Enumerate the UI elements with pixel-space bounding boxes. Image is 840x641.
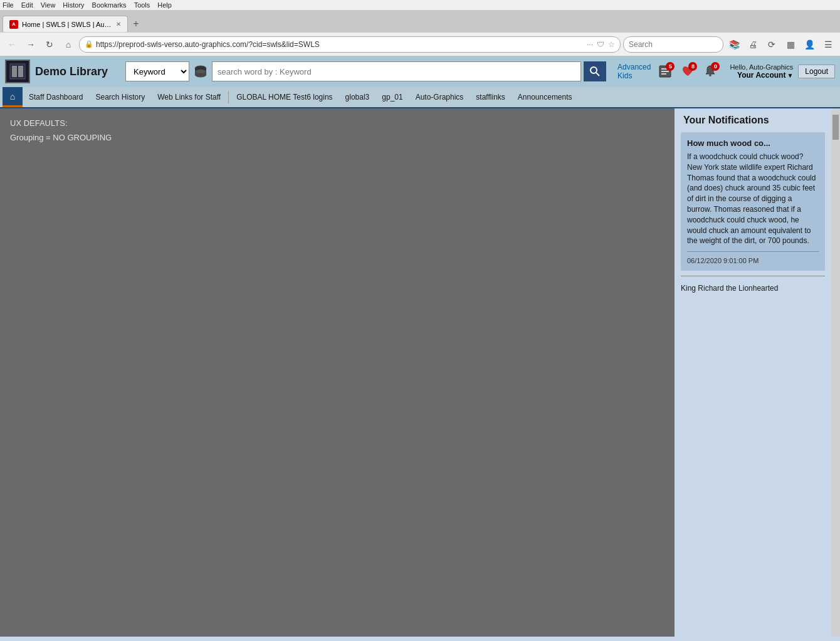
notification-card-body-1: If a woodchuck could chuck wood? New Yor… xyxy=(687,152,819,246)
svg-point-13 xyxy=(709,74,711,76)
menu-icon[interactable]: ☰ xyxy=(820,36,836,53)
logout-button[interactable]: Logout xyxy=(798,65,835,78)
main-content: UX DEFAULTS: Grouping = NO GROUPING Your… xyxy=(0,108,840,637)
menu-edit[interactable]: Edit xyxy=(21,1,33,9)
tab-close-button[interactable]: ✕ xyxy=(116,21,121,28)
nav-web-links-for-staff[interactable]: Web Links for Staff xyxy=(151,89,227,105)
home-button[interactable]: ⌂ xyxy=(60,36,76,53)
print-icon[interactable]: 🖨 xyxy=(745,36,761,53)
notification-card-1[interactable]: How much wood co... If a woodchuck could… xyxy=(681,132,825,271)
app-logo xyxy=(5,60,30,83)
nav-global-home[interactable]: GLOBAL HOME Test6 logins xyxy=(230,89,339,105)
search-section: Keyword xyxy=(125,61,606,81)
lock-icon: 🔒 xyxy=(85,40,93,48)
reload-button[interactable]: ↻ xyxy=(41,36,58,53)
menu-view[interactable]: View xyxy=(41,1,56,9)
star-icon[interactable]: ☆ xyxy=(608,40,615,49)
account-dropdown[interactable]: Your Account ▼ xyxy=(737,71,793,80)
browser-menubar: File Edit View History Bookmarks Tools H… xyxy=(0,0,840,11)
database-icon[interactable] xyxy=(192,63,209,80)
ux-defaults-label: UX DEFAULTS: xyxy=(10,118,664,128)
browser-search-bar[interactable] xyxy=(623,36,723,53)
browser-navbar: ← → ↻ ⌂ 🔒 ··· 🛡 ☆ 📚 🖨 ⟳ ▦ 👤 ☰ xyxy=(0,32,840,56)
browser-nav-icons-right: 📚 🖨 ⟳ ▦ 👤 ☰ xyxy=(726,36,836,53)
scrollbar[interactable] xyxy=(831,108,840,637)
nav-stafflinks[interactable]: stafflinks xyxy=(470,89,511,105)
search-button[interactable] xyxy=(584,61,606,81)
nav-bar: ⌂ Staff Dashboard Search History Web Lin… xyxy=(0,87,840,108)
keyword-dropdown[interactable]: Keyword xyxy=(125,61,189,81)
notifications-panel: Your Notifications How much wood co... I… xyxy=(675,108,831,637)
svg-line-8 xyxy=(596,73,599,76)
svg-point-6 xyxy=(195,70,206,73)
search-icon xyxy=(590,66,600,76)
advanced-search-link[interactable]: Advanced xyxy=(617,63,651,71)
notification-panel-divider xyxy=(681,276,825,276)
nav-search-history[interactable]: Search History xyxy=(90,89,152,105)
heart-badge: 8 xyxy=(688,62,697,71)
tab-favicon: A xyxy=(9,20,18,29)
nav-staff-dashboard[interactable]: Staff Dashboard xyxy=(23,89,90,105)
address-bar-icons: ··· 🛡 ☆ xyxy=(587,40,615,49)
menu-history[interactable]: History xyxy=(63,1,84,9)
app-header: Demo Library Keyword Advanced Kids xyxy=(0,56,840,87)
nav-gp01[interactable]: gp_01 xyxy=(375,89,409,105)
account-chevron-icon: ▼ xyxy=(787,72,793,79)
notifications-title: Your Notifications xyxy=(681,115,825,126)
menu-help[interactable]: Help xyxy=(157,1,172,9)
home-nav-button[interactable]: ⌂ xyxy=(3,87,23,107)
account-label: Your Account xyxy=(737,71,785,80)
back-button[interactable]: ← xyxy=(4,36,20,53)
notification-divider xyxy=(687,251,819,252)
search-input[interactable] xyxy=(212,61,581,81)
notification-link-richard[interactable]: King Richard the Lionhearted xyxy=(681,281,825,295)
browser-tab-active[interactable]: A Home | SWLS | SWLS | Auto-G... ✕ xyxy=(3,16,128,32)
new-tab-button[interactable]: + xyxy=(128,16,144,32)
address-input[interactable] xyxy=(96,40,584,49)
more-options-icon[interactable]: ··· xyxy=(587,40,593,49)
svg-rect-2 xyxy=(18,66,23,77)
address-bar[interactable]: 🔒 ··· 🛡 ☆ xyxy=(79,36,621,53)
bell-icon-badge[interactable]: 0 xyxy=(701,62,720,81)
keyword-select[interactable]: Keyword xyxy=(126,64,189,80)
nav-global3[interactable]: global3 xyxy=(339,89,376,105)
forward-button[interactable]: → xyxy=(23,36,39,53)
menu-bookmarks[interactable]: Bookmarks xyxy=(92,1,127,9)
sync-icon[interactable]: ⟳ xyxy=(764,36,780,53)
account-greeting: Hello, Auto-Graphics xyxy=(730,63,793,71)
content-area: UX DEFAULTS: Grouping = NO GROUPING xyxy=(0,108,675,637)
scrollbar-thumb[interactable] xyxy=(832,115,839,140)
grouping-value: Grouping = NO GROUPING xyxy=(10,133,664,142)
browser-search-input[interactable] xyxy=(629,40,718,49)
svg-rect-1 xyxy=(12,66,17,77)
app-title: Demo Library xyxy=(35,65,108,78)
nav-announcements[interactable]: Announcements xyxy=(512,89,579,105)
logo-icon xyxy=(9,63,26,80)
checklist-icon-badge[interactable]: 5 xyxy=(656,62,675,81)
notification-card-date-1: 06/12/2020 9:01:00 PM xyxy=(687,257,819,264)
bell-badge: 0 xyxy=(711,62,720,71)
bookmark-star-icon[interactable]: 🛡 xyxy=(597,40,604,49)
scrollbar-track[interactable] xyxy=(832,108,839,637)
menu-tools[interactable]: Tools xyxy=(134,1,150,9)
menu-file[interactable]: File xyxy=(3,1,14,9)
reader-view-icon[interactable]: ▦ xyxy=(782,36,799,53)
kids-search-link[interactable]: Kids xyxy=(617,71,632,80)
checklist-badge: 5 xyxy=(666,62,675,71)
svg-point-7 xyxy=(591,67,597,73)
browser-tabbar: A Home | SWLS | SWLS | Auto-G... ✕ + xyxy=(0,11,840,32)
heart-icon-badge[interactable]: 8 xyxy=(678,62,697,81)
profile-icon[interactable]: 👤 xyxy=(801,36,817,53)
notification-card-title-1: How much wood co... xyxy=(687,138,819,148)
nav-separator-1 xyxy=(228,91,229,103)
nav-auto-graphics[interactable]: Auto-Graphics xyxy=(409,89,470,105)
bookmarks-shelf-icon[interactable]: 📚 xyxy=(726,36,742,53)
tab-title: Home | SWLS | SWLS | Auto-G... xyxy=(22,21,112,28)
